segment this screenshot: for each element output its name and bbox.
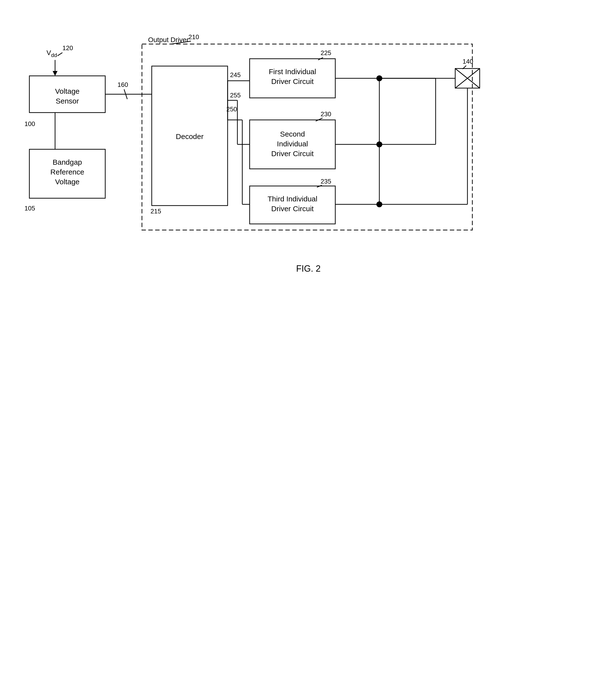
second-driver-label3: Driver Circuit — [271, 150, 314, 158]
voltage-sensor-label: Voltage — [55, 87, 80, 95]
bandgap-label1: Bandgap — [52, 158, 82, 166]
diagram-container: text { font-family: Arial, sans-serif; f… — [15, 15, 602, 676]
first-driver-label1: First Individual — [269, 68, 316, 75]
second-driver-label1: Second — [280, 130, 305, 138]
fig-label: FIG. 2 — [296, 264, 321, 273]
bandgap-label2: Reference — [50, 168, 84, 176]
decoder-label: Decoder — [176, 132, 203, 140]
ref-250: 250 — [226, 106, 237, 113]
ref-230: 230 — [321, 110, 331, 118]
ref-235: 235 — [321, 178, 331, 185]
ref-160: 160 — [117, 81, 128, 88]
second-driver-label2: Individual — [277, 140, 308, 148]
ref-100: 100 — [24, 120, 35, 128]
ref-210: 210 — [189, 33, 199, 41]
ref-255: 255 — [230, 91, 241, 99]
svg-line-2 — [58, 52, 62, 56]
ref-120: 120 — [62, 44, 73, 52]
ref-215: 215 — [151, 207, 161, 215]
voltage-sensor-label2: Sensor — [56, 97, 79, 105]
bandgap-label3: Voltage — [55, 178, 80, 186]
ref-225: 225 — [321, 49, 331, 57]
ref-105: 105 — [24, 204, 35, 212]
ref-140: 140 — [463, 58, 473, 65]
vdd-label: Vdd — [46, 49, 57, 58]
third-driver-label1: Third Individual — [267, 195, 317, 203]
first-driver-label2: Driver Circuit — [271, 77, 314, 85]
ref-245: 245 — [230, 71, 241, 79]
svg-marker-1 — [52, 71, 58, 76]
third-driver-label2: Driver Circuit — [271, 204, 314, 213]
